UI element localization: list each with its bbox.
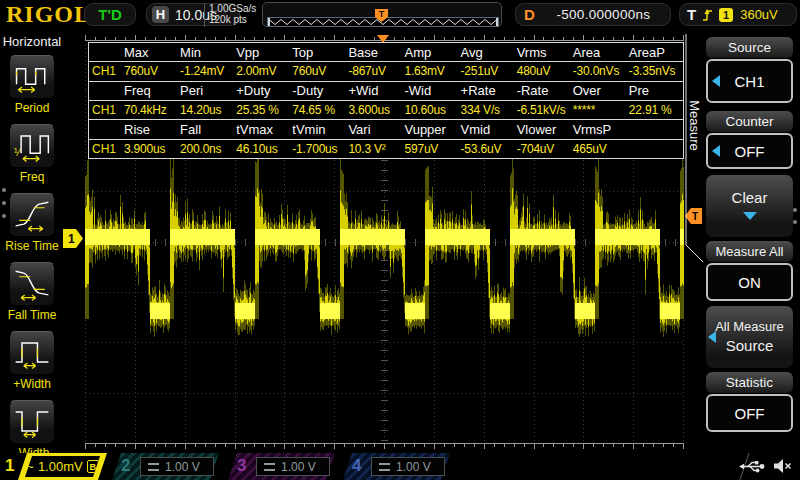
measure-header-cell: Vupper [402, 122, 458, 137]
counter-group: Counter OFF [706, 111, 793, 169]
measure-value-row: CH13.900us200.0ns46.10us-1.700us10.3 V²5… [89, 140, 683, 158]
left-triangle-icon [708, 331, 716, 343]
freq-icon: ⅟ [9, 124, 55, 168]
measure-value-cell: -704uV [515, 142, 571, 156]
menu-item-label: Freq [20, 170, 45, 184]
top-status-bar: RIGOL T'D H 10.0us 1.00GSa/s 120k pts T … [0, 0, 800, 30]
delay-value: -500.000000ns [556, 7, 650, 22]
measure-header-cell: Amp [402, 45, 458, 60]
all-measure-line2: Source [706, 337, 793, 354]
menu-item-label: Period [15, 101, 50, 115]
measure-header-cell: Fall [178, 122, 234, 137]
channel1-scale: 1.00mV [38, 459, 83, 474]
measure-header-cell: -Duty [290, 83, 346, 98]
measure-value-cell: 46.10us [234, 142, 290, 156]
counter-value: OFF [735, 143, 765, 160]
measure-value-cell: 597uV [402, 142, 458, 156]
minus-width-icon [9, 400, 55, 444]
measure-all-group: Measure All ON [706, 241, 793, 301]
all-measure-source-button[interactable]: All Measure Source [706, 306, 793, 368]
measure-header-cell: Vmid [459, 122, 515, 137]
measure-value-cell: 70.4kHz [122, 103, 178, 117]
measure-header-cell: tVmax [234, 122, 290, 137]
measure-header-cell: AreaP [627, 45, 683, 60]
source-value-button[interactable]: CH1 [706, 59, 793, 103]
trigger-delay-badge[interactable]: D -500.000000ns [515, 3, 671, 26]
measure-header-cell: -Rate [515, 83, 571, 98]
measure-header-cell: Pre [627, 83, 683, 98]
menu-item-plus-width[interactable]: +Width [9, 331, 55, 391]
measure-header-cell: Rise [122, 122, 178, 137]
memory-depth-value: 120k pts [209, 14, 260, 25]
measure-header-cell: +Wid [346, 83, 402, 98]
measure-header-cell: Max [122, 45, 178, 60]
menu-item-fall-time[interactable]: Fall Time [8, 262, 57, 322]
horizontal-measure-menu: Horizontal Period ⅟ Freq [0, 30, 64, 452]
menu-tab-label: Measure [687, 91, 702, 161]
trigger-info-badge[interactable]: T 1 360uV [679, 3, 797, 26]
dc-coupling-icon [148, 463, 159, 471]
rising-edge-icon [701, 7, 714, 23]
measure-header-cell: Area [571, 45, 627, 60]
measure-value-cell: -6.51kV/s [515, 103, 571, 117]
measure-value-cell: 74.65 % [290, 103, 346, 117]
measure-header-cell: Vrms [515, 45, 571, 60]
down-triangle-icon [743, 212, 757, 220]
measure-value-cell: 3.900us [122, 142, 178, 156]
measure-header-cell: VrmsP [571, 122, 627, 137]
channel-label: CH1 [89, 64, 122, 78]
right-page-indicator [793, 208, 797, 224]
measure-all-value-button[interactable]: ON [706, 263, 793, 301]
rigol-logo: RIGOL [6, 1, 91, 28]
measure-value-cell: 465uV [571, 142, 627, 156]
measure-value-cell: -1.24mV [178, 64, 234, 78]
channel1-marker-label: 1 [68, 232, 75, 246]
speaker-muted-icon [773, 458, 792, 474]
clear-button[interactable]: Clear [706, 175, 793, 237]
channel3-status[interactable]: 3 1.00 V [228, 453, 335, 480]
trigger-letter: T [687, 6, 696, 23]
clear-label: Clear [706, 189, 793, 206]
measure-value-cell: -30.0nVs [571, 64, 627, 78]
all-measure-line1: All Measure [706, 319, 793, 334]
menu-item-rise-time[interactable]: Rise Time [5, 193, 58, 253]
trigger-source-chip: 1 [719, 8, 733, 22]
measure-value-cell: 760uV [122, 64, 178, 78]
channel4-status[interactable]: 4 1.00 V [343, 453, 450, 480]
channel-label: CH1 [89, 142, 122, 156]
measure-header-cell: Vlower [515, 122, 571, 137]
menu-item-minus-width[interactable]: -Width [9, 400, 55, 460]
channel1-status[interactable]: 1 ~ 1.00mV B [0, 453, 108, 480]
channel1-level-marker[interactable]: 1 [63, 229, 85, 248]
channel3-scale: 1.00 V [281, 460, 316, 474]
measure-value-cell: 25.35 % [234, 103, 290, 117]
delay-letter: D [524, 6, 535, 23]
counter-value-button[interactable]: OFF [706, 133, 793, 169]
channel4-scale: 1.00 V [396, 460, 431, 474]
measure-header-row: RiseFalltVmaxtVminVariVupperVmidVlowerVr… [89, 120, 683, 139]
dc-coupling-icon [379, 463, 390, 471]
sample-rate-value: 1.00GSa/s [209, 3, 260, 14]
horizontal-icon: H [152, 6, 169, 23]
menu-item-freq[interactable]: ⅟ Freq [9, 124, 55, 184]
measure-value-cell: -1.700us [290, 142, 346, 156]
source-label: Source [706, 37, 793, 58]
statistic-value-button[interactable]: OFF [706, 394, 793, 432]
left-page-indicator [2, 188, 6, 218]
measure-header-cell: Base [346, 45, 402, 60]
measure-value-cell: 22.91 % [627, 103, 683, 117]
measure-value-cell: 14.20us [178, 103, 234, 117]
dc-coupling-icon [264, 463, 275, 471]
measure-header-cell: Peri [178, 83, 234, 98]
measure-value-cell: 10.3 V² [346, 142, 402, 156]
menu-item-period[interactable]: Period [9, 55, 55, 115]
statistic-value: OFF [735, 405, 765, 422]
period-icon [9, 55, 55, 99]
measure-header-cell: -Wid [402, 83, 458, 98]
fall-time-icon [9, 262, 55, 306]
channel2-status[interactable]: 2 1.00 V [112, 453, 219, 480]
measure-value-cell: 334 V/s [459, 103, 515, 117]
measure-value-row: CH1760uV-1.24mV2.00mV760uV-867uV1.63mV-2… [89, 62, 683, 81]
measure-header-cell: Over [571, 83, 627, 98]
left-triangle-icon [712, 75, 720, 87]
